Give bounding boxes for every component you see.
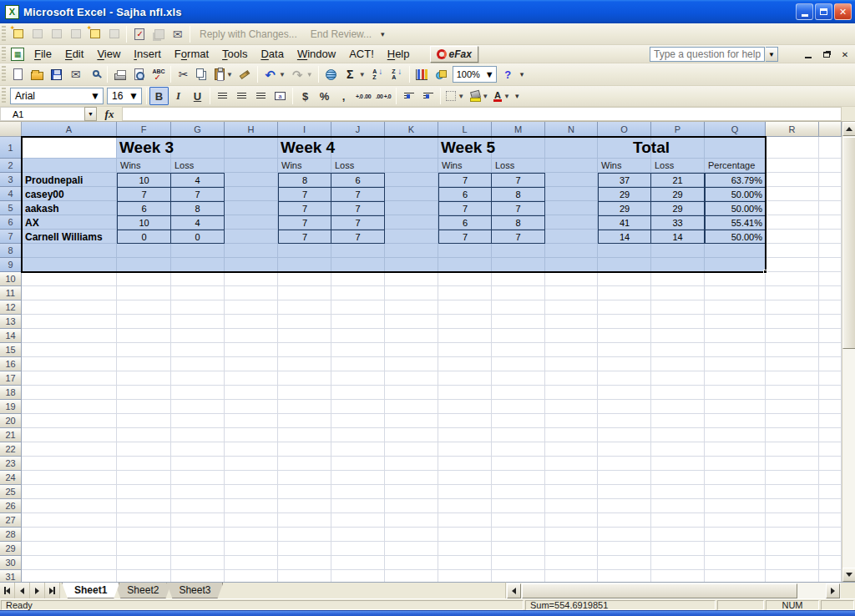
cell[interactable]: [438, 386, 492, 400]
cell[interactable]: [22, 457, 117, 471]
cell[interactable]: [766, 556, 819, 570]
cell[interactable]: [651, 272, 705, 286]
row-header-18[interactable]: 18: [0, 386, 22, 400]
cell-value[interactable]: 4: [171, 216, 224, 230]
cell[interactable]: [819, 159, 842, 173]
cell[interactable]: [278, 499, 331, 513]
cell[interactable]: [331, 471, 385, 485]
cell[interactable]: [492, 272, 545, 286]
cell[interactable]: [598, 400, 651, 414]
cell[interactable]: [171, 457, 225, 471]
cell[interactable]: [385, 329, 438, 343]
cell[interactable]: [438, 471, 492, 485]
cell[interactable]: [766, 357, 819, 371]
cell[interactable]: [171, 570, 225, 582]
open-button[interactable]: [28, 65, 47, 83]
cell[interactable]: [278, 528, 331, 542]
cell[interactable]: [492, 386, 545, 400]
cell[interactable]: [766, 201, 819, 215]
cell[interactable]: [171, 300, 225, 315]
cell[interactable]: [545, 570, 598, 582]
cell[interactable]: [545, 556, 598, 570]
cell[interactable]: [117, 414, 171, 428]
cell[interactable]: [385, 258, 438, 272]
cell[interactable]: [438, 528, 492, 542]
cell[interactable]: [438, 315, 492, 329]
cell[interactable]: [598, 343, 651, 357]
toolbar-grip[interactable]: [2, 88, 6, 104]
workbook-close-button[interactable]: ✕: [838, 48, 852, 60]
player-name[interactable]: aakash: [25, 203, 117, 215]
cell[interactable]: [651, 428, 705, 442]
cell[interactable]: [492, 258, 545, 272]
cell[interactable]: [331, 442, 385, 457]
cell[interactable]: [819, 258, 842, 272]
cell[interactable]: [225, 230, 278, 244]
cell[interactable]: [651, 315, 705, 329]
cell[interactable]: [492, 343, 545, 357]
cell[interactable]: [819, 215, 842, 230]
cell[interactable]: [766, 528, 819, 542]
cell[interactable]: [331, 570, 385, 582]
row-header-5[interactable]: 5: [0, 201, 22, 215]
cell[interactable]: [598, 300, 651, 315]
row-header-21[interactable]: 21: [0, 428, 22, 442]
cell[interactable]: [766, 137, 819, 159]
cell[interactable]: [225, 513, 278, 528]
cell[interactable]: [438, 400, 492, 414]
undo-button[interactable]: ▼: [261, 65, 288, 83]
menu-help[interactable]: Help: [381, 45, 417, 63]
cell[interactable]: [278, 258, 331, 272]
cell[interactable]: [651, 386, 705, 400]
menu-tools[interactable]: Tools: [215, 45, 254, 63]
cell[interactable]: [331, 499, 385, 513]
cell[interactable]: [117, 556, 171, 570]
first-sheet-button[interactable]: [0, 583, 15, 598]
cell-value[interactable]: 10: [118, 174, 171, 187]
cell[interactable]: [171, 513, 225, 528]
next-sheet-button[interactable]: [30, 583, 45, 598]
cell[interactable]: [598, 414, 651, 428]
cell[interactable]: [545, 201, 598, 215]
cell[interactable]: [598, 499, 651, 513]
cell[interactable]: [598, 513, 651, 528]
column-header-P[interactable]: P: [651, 122, 705, 137]
cell[interactable]: [766, 187, 819, 201]
cell[interactable]: [545, 428, 598, 442]
cell[interactable]: [22, 471, 117, 485]
cell[interactable]: [117, 272, 171, 286]
scroll-right-button[interactable]: [826, 583, 840, 598]
cell[interactable]: [331, 286, 385, 300]
cell[interactable]: [278, 343, 331, 357]
toolbar-grip[interactable]: [2, 26, 6, 43]
cell[interactable]: [766, 414, 819, 428]
sub-header[interactable]: Wins: [442, 160, 462, 170]
cell[interactable]: [819, 528, 842, 542]
align-right-button[interactable]: [251, 87, 271, 105]
menu-act[interactable]: ACT!: [342, 45, 381, 63]
cell[interactable]: [331, 272, 385, 286]
cell[interactable]: [766, 499, 819, 513]
cell[interactable]: [598, 442, 651, 457]
row-header-4[interactable]: 4: [0, 187, 22, 201]
cell[interactable]: [545, 272, 598, 286]
cell[interactable]: [598, 556, 651, 570]
cell[interactable]: [278, 357, 331, 371]
cell[interactable]: [171, 286, 225, 300]
update-file-button[interactable]: [129, 25, 149, 43]
menu-edit[interactable]: Edit: [58, 45, 90, 63]
cell[interactable]: [278, 329, 331, 343]
cell[interactable]: [331, 556, 385, 570]
cell[interactable]: [819, 570, 842, 582]
cell[interactable]: [331, 357, 385, 371]
sub-header[interactable]: Percentage: [708, 160, 755, 170]
font-size-dropdown-icon[interactable]: ▼: [129, 90, 139, 102]
cell[interactable]: [331, 343, 385, 357]
column-header-Q[interactable]: Q: [705, 122, 766, 137]
cell[interactable]: [225, 244, 278, 258]
sheet-tab-sheet3[interactable]: Sheet3: [166, 583, 223, 598]
cell[interactable]: [492, 471, 545, 485]
cell[interactable]: [651, 485, 705, 499]
cell[interactable]: [766, 286, 819, 300]
cell[interactable]: [385, 570, 438, 582]
